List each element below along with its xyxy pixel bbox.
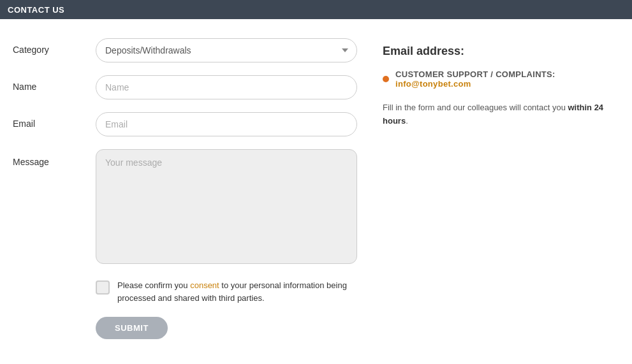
support-label: CUSTOMER SUPPORT / COMPLAINTS:	[395, 69, 555, 79]
content-area: Category Deposits/Withdrawals Technical …	[0, 19, 632, 358]
consent-text-before: Please confirm you	[117, 280, 190, 290]
message-label: Message	[13, 149, 96, 167]
email-row: Email	[13, 112, 357, 136]
email-wrapper	[96, 112, 357, 136]
consent-row: Please confirm you consent to your perso…	[13, 279, 357, 304]
page-title: CONTACT US	[8, 5, 64, 15]
category-wrapper: Deposits/Withdrawals Technical Support B…	[96, 38, 357, 62]
email-input[interactable]	[96, 112, 357, 136]
info-section: Email address: CUSTOMER SUPPORT / COMPLA…	[383, 38, 619, 339]
consent-checkbox[interactable]	[96, 280, 110, 295]
message-textarea[interactable]	[96, 149, 357, 264]
support-email-link[interactable]: info@tonybet.com	[395, 79, 471, 89]
contact-form: Category Deposits/Withdrawals Technical …	[13, 38, 357, 339]
support-label-text: CUSTOMER SUPPORT / COMPLAINTS: info@tony…	[395, 69, 619, 89]
email-label: Email	[13, 112, 96, 129]
submit-button[interactable]: SUBMIT	[96, 317, 168, 339]
consent-text: Please confirm you consent to your perso…	[117, 279, 357, 304]
email-section-title: Email address:	[383, 45, 619, 58]
message-wrapper	[96, 149, 357, 266]
description-before: Fill in the form and our colleagues will…	[383, 103, 568, 112]
name-label: Name	[13, 75, 96, 92]
name-wrapper	[96, 75, 357, 99]
category-row: Category Deposits/Withdrawals Technical …	[13, 38, 357, 62]
category-label: Category	[13, 38, 96, 55]
support-email-entry: CUSTOMER SUPPORT / COMPLAINTS: info@tony…	[383, 69, 619, 89]
description-after: .	[406, 116, 408, 126]
category-select[interactable]: Deposits/Withdrawals Technical Support B…	[96, 38, 357, 62]
consent-link[interactable]: consent	[190, 280, 219, 290]
message-row: Message	[13, 149, 357, 266]
name-row: Name	[13, 75, 357, 99]
page-header: CONTACT US	[0, 0, 632, 19]
orange-dot-icon	[383, 76, 389, 82]
contact-description: Fill in the form and our colleagues will…	[383, 101, 619, 128]
submit-row: SUBMIT	[13, 317, 357, 339]
name-input[interactable]	[96, 75, 357, 99]
